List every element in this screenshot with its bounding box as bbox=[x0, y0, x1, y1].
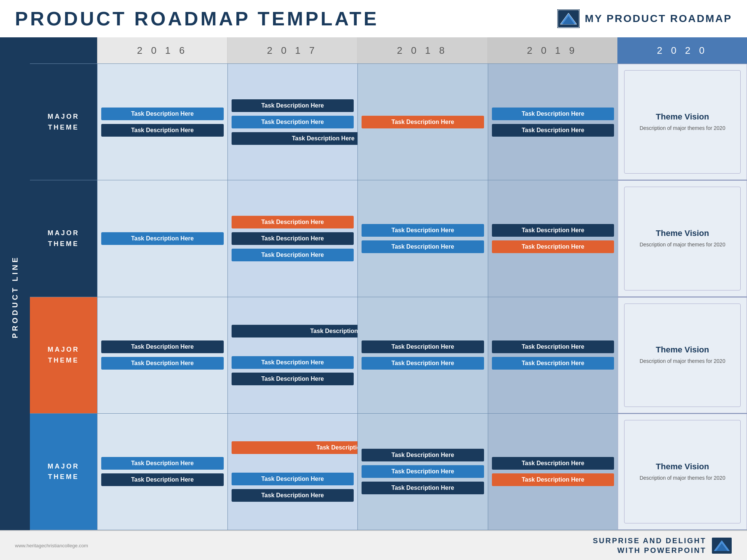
col-1-2018: Task Description Here Task Description H… bbox=[357, 180, 488, 296]
col-1-2017: Task Description Here Task Description H… bbox=[227, 180, 358, 296]
task-bar: Task Description Here bbox=[101, 124, 224, 137]
col-0-2019: Task Description Here Task Description H… bbox=[488, 64, 618, 180]
theme-vision-desc-0: Description of major themes for 2020 bbox=[639, 125, 725, 132]
col-3-2019: Task Description Here Task Description H… bbox=[488, 414, 618, 530]
task-bar: Task Description Here bbox=[232, 373, 354, 385]
task-bar: Task Description Here bbox=[101, 473, 224, 486]
task-bar: Task Description Here bbox=[101, 232, 224, 245]
theme-label-text-2: MAJORTHEME bbox=[47, 344, 79, 366]
theme-label-text-1: MAJORTHEME bbox=[47, 228, 79, 249]
col-2-2020: Theme Vision Description of major themes… bbox=[618, 297, 747, 413]
col-1-2019: Task Description Here Task Description H… bbox=[488, 180, 618, 296]
product-line-text: PRODUCT LINE bbox=[11, 255, 19, 338]
year-header-2016: 2 0 1 6 bbox=[97, 37, 227, 63]
col-0-2018: Task Description Here bbox=[357, 64, 488, 180]
theme-label-spacer bbox=[30, 37, 97, 63]
task-bar: Task Description Here bbox=[101, 357, 224, 370]
theme-vision-2: Theme Vision Description of major themes… bbox=[624, 304, 741, 407]
header-right: MY PRODUCT ROADMAP bbox=[557, 9, 732, 28]
col-3-2016: Task Description Here Task Description H… bbox=[97, 414, 227, 530]
task-bar: Task Description Here bbox=[492, 124, 614, 137]
col-0-2016: Task Description Here Task Description H… bbox=[97, 64, 227, 180]
col-2-2018: Task Description Here Task Description H… bbox=[357, 297, 488, 413]
task-bar: Task Description Here bbox=[101, 108, 224, 120]
col-3-2017: Task Description Here Task Description H… bbox=[227, 414, 358, 530]
product-line-label: PRODUCT LINE bbox=[0, 63, 30, 530]
task-bar: Task Description Here bbox=[362, 482, 484, 494]
task-bar: Task Description Here bbox=[232, 99, 354, 112]
theme-label-text-3: MAJORTHEME bbox=[47, 461, 79, 483]
task-bar: Task Description Here bbox=[232, 216, 354, 228]
task-bar: Task Description Here bbox=[362, 449, 484, 461]
col-3-2020: Theme Vision Description of major themes… bbox=[618, 414, 747, 530]
col-3-2018: Task Description Here Task Description H… bbox=[357, 414, 488, 530]
col-1-2020: Theme Vision Description of major themes… bbox=[618, 180, 747, 296]
theme-vision-desc-1: Description of major themes for 2020 bbox=[639, 241, 725, 249]
logo-icon bbox=[557, 9, 580, 28]
main-title: PRODUCT ROADMAP TEMPLATE bbox=[15, 7, 379, 30]
year-header-row: 2 0 1 6 2 0 1 7 2 0 1 8 2 0 1 9 2 0 2 0 bbox=[0, 37, 747, 63]
col-0-2017: Task Description Here Task Description H… bbox=[227, 64, 358, 180]
year-header-2017: 2 0 1 7 bbox=[227, 37, 357, 63]
rows-container: MAJORTHEME Task Description Here Task De… bbox=[30, 63, 747, 530]
theme-vision-title-2: Theme Vision bbox=[656, 345, 709, 355]
theme-vision-desc-2: Description of major themes for 2020 bbox=[639, 358, 725, 365]
year-columns-3: Task Description Here Task Description H… bbox=[97, 414, 747, 530]
theme-label-3: MAJORTHEME bbox=[30, 414, 97, 530]
col-0-2020: Theme Vision Description of major themes… bbox=[618, 64, 747, 180]
year-columns-2: Task Description Here Task Description H… bbox=[97, 297, 747, 413]
year-columns-0: Task Description Here Task Description H… bbox=[97, 64, 747, 180]
theme-vision-1: Theme Vision Description of major themes… bbox=[624, 187, 741, 290]
col-1-2016: Task Description Here bbox=[97, 180, 227, 296]
header: PRODUCT ROADMAP TEMPLATE MY PRODUCT ROAD… bbox=[0, 0, 747, 37]
theme-vision-desc-3: Description of major themes for 2020 bbox=[639, 475, 725, 482]
theme-row-3: MAJORTHEME Task Description Here Task De… bbox=[30, 413, 747, 530]
brand-name: MY PRODUCT ROADMAP bbox=[585, 13, 732, 25]
theme-label-1: MAJORTHEME bbox=[30, 180, 97, 296]
theme-label-text-0: MAJORTHEME bbox=[47, 111, 79, 133]
year-columns-1: Task Description Here Task Description H… bbox=[97, 180, 747, 296]
col-2-2016: Task Description Here Task Description H… bbox=[97, 297, 227, 413]
theme-row-0: MAJORTHEME Task Description Here Task De… bbox=[30, 63, 747, 180]
body-grid: PRODUCT LINE MAJORTHEME Task Description… bbox=[0, 63, 747, 530]
theme-row-2: MAJORTHEME Task Description Here Task De… bbox=[30, 297, 747, 413]
theme-row-1: MAJORTHEME Task Description Here Task De… bbox=[30, 180, 747, 296]
year-header-2020: 2 0 2 0 bbox=[617, 37, 747, 63]
main-container: PRODUCT ROADMAP TEMPLATE MY PRODUCT ROAD… bbox=[0, 0, 747, 560]
col-2-2017: Task Description Here Task Description H… bbox=[227, 297, 358, 413]
footer-right: SURPRISE AND DELIGHT WITH POWERPOINT bbox=[593, 536, 732, 555]
theme-vision-title-0: Theme Vision bbox=[656, 112, 709, 122]
task-bar: Task Description Here bbox=[362, 224, 484, 237]
task-bar: Task Description Here bbox=[362, 116, 484, 128]
theme-label-2: MAJORTHEME bbox=[30, 297, 97, 413]
task-bar: Task Description Here bbox=[492, 224, 614, 237]
task-bar: Task Description Here bbox=[362, 240, 484, 253]
task-bar: Task Description Here bbox=[232, 473, 354, 485]
task-bar: Task Description Here bbox=[101, 457, 224, 470]
col-2-2019: Task Description Here Task Description H… bbox=[488, 297, 618, 413]
footer: www.heritagechristiancollege.com SURPRIS… bbox=[0, 530, 747, 560]
theme-vision-3: Theme Vision Description of major themes… bbox=[624, 420, 741, 523]
task-bar: Task Description Here bbox=[362, 340, 484, 353]
task-bar: Task Description Here bbox=[492, 240, 614, 253]
theme-vision-title-1: Theme Vision bbox=[656, 228, 709, 238]
task-bar: Task Description Here bbox=[232, 249, 354, 261]
year-header-2019: 2 0 1 9 bbox=[487, 37, 617, 63]
task-bar: Task Description Here bbox=[232, 356, 354, 369]
theme-vision-title-3: Theme Vision bbox=[656, 462, 709, 472]
task-bar: Task Description Here bbox=[362, 357, 484, 370]
footer-brand-text: SURPRISE AND DELIGHT WITH POWERPOINT bbox=[593, 536, 706, 555]
year-header-2018: 2 0 1 8 bbox=[357, 37, 487, 63]
row-label-spacer bbox=[0, 37, 30, 63]
task-bar: Task Description Here bbox=[232, 232, 354, 245]
task-bar: Task Description Here bbox=[492, 473, 614, 486]
theme-label-0: MAJORTHEME bbox=[30, 64, 97, 180]
theme-vision-0: Theme Vision Description of major themes… bbox=[624, 70, 741, 174]
task-bar: Task Description Here bbox=[492, 357, 614, 370]
task-bar: Task Description Here bbox=[492, 457, 614, 470]
task-bar: Task Description Here bbox=[101, 340, 224, 353]
footer-website: www.heritagechristiancollege.com bbox=[15, 543, 88, 548]
task-bar: Task Description Here bbox=[232, 489, 354, 502]
task-bar: Task Description Here bbox=[232, 116, 354, 128]
task-bar: Task Description Here bbox=[362, 465, 484, 478]
